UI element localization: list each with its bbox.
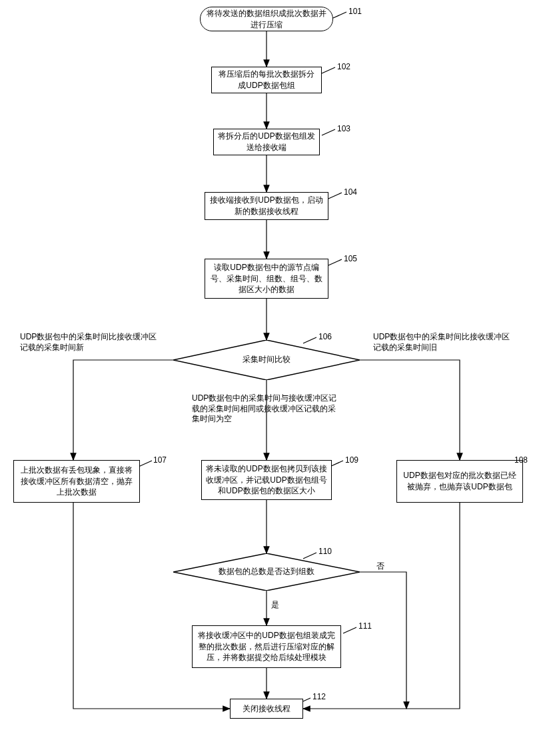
- node-108: UDP数据包对应的批次数据已经被抛弃，也抛弃该UDP数据包: [396, 460, 523, 503]
- svg-line-8: [322, 129, 335, 135]
- num-103: 103: [337, 124, 350, 133]
- node-text: 接收端接收到UDP数据包，启动新的数据接收线程: [209, 195, 324, 217]
- num-108: 108: [514, 455, 528, 465]
- num-112: 112: [312, 692, 326, 701]
- node-110-decision: 数据包的总数是否达到组数: [173, 553, 360, 591]
- num-102: 102: [337, 62, 350, 71]
- node-text: 将未读取的UDP数据包拷贝到该接收缓冲区，并记载UDP数据包组号和UDP数据包的…: [206, 463, 327, 497]
- node-105: 读取UDP数据包中的源节点编号、采集时间、组数、组号、数据区大小的数据: [205, 259, 328, 299]
- node-103: 将拆分后的UDP数据包组发送给接收端: [213, 129, 320, 155]
- svg-line-16: [343, 627, 356, 633]
- label-106-mid: UDP数据包中的采集时间与接收缓冲区记载的采集时间相同或接收缓冲区记载的采集时间…: [192, 393, 342, 425]
- num-101: 101: [348, 7, 362, 16]
- node-text: 将拆分后的UDP数据包组发送给接收端: [218, 131, 315, 153]
- label-no: 否: [376, 561, 384, 572]
- node-104: 接收端接收到UDP数据包，启动新的数据接收线程: [205, 192, 328, 220]
- node-text: UDP数据包对应的批次数据已经被抛弃，也抛弃该UDP数据包: [401, 470, 518, 493]
- svg-line-13: [330, 461, 343, 467]
- num-107: 107: [153, 455, 167, 465]
- node-102: 将压缩后的每批次数据拆分成UDP数据包组: [211, 67, 322, 93]
- node-text: 将压缩后的每批次数据拆分成UDP数据包组: [216, 69, 317, 91]
- label-106-left: UDP数据包中的采集时间比接收缓冲区记载的采集时间新: [20, 332, 160, 353]
- num-110: 110: [318, 547, 332, 556]
- node-text: 读取UDP数据包中的源节点编号、采集时间、组数、组号、数据区大小的数据: [209, 262, 324, 295]
- node-107: 上批次数据有丢包现象，直接将接收缓冲区所有数据清空，抛弃上批次数据: [13, 460, 140, 503]
- flowchart: 将待发送的数据组织成批次数据并进行压缩 101 将压缩后的每批次数据拆分成UDP…: [7, 7, 526, 747]
- node-text: 将接收缓冲区中的UDP数据包组装成完整的批次数据，然后进行压缩对应的解压，并将数…: [197, 630, 336, 663]
- node-text: 上批次数据有丢包现象，直接将接收缓冲区所有数据清空，抛弃上批次数据: [18, 465, 135, 498]
- node-text: 采集时间比较: [243, 355, 290, 365]
- num-111: 111: [358, 621, 372, 631]
- node-text: 数据包的总数是否达到组数: [219, 567, 314, 577]
- node-111: 将接收缓冲区中的UDP数据包组装成完整的批次数据，然后进行压缩对应的解压，并将数…: [192, 625, 341, 668]
- node-112: 关闭接收线程: [230, 699, 303, 719]
- svg-line-10: [328, 259, 342, 265]
- label-yes: 是: [271, 600, 279, 611]
- node-text: 将待发送的数据组织成批次数据并进行压缩: [205, 8, 328, 31]
- num-104: 104: [344, 187, 357, 197]
- node-101: 将待发送的数据组织成批次数据并进行压缩: [200, 7, 333, 31]
- label-106-right: UDP数据包中的采集时间比接收缓冲区记载的采集时间旧: [373, 332, 516, 353]
- num-109: 109: [345, 455, 358, 465]
- svg-line-12: [139, 461, 152, 467]
- node-109: 将未读取的UDP数据包拷贝到该接收缓冲区，并记载UDP数据包组号和UDP数据包的…: [201, 460, 332, 500]
- node-text: 关闭接收线程: [243, 703, 290, 715]
- svg-line-7: [322, 67, 335, 73]
- num-105: 105: [344, 254, 357, 263]
- node-106-decision: 采集时间比较: [173, 340, 360, 380]
- svg-line-9: [328, 193, 342, 199]
- svg-line-6: [333, 12, 346, 18]
- num-106: 106: [318, 332, 332, 341]
